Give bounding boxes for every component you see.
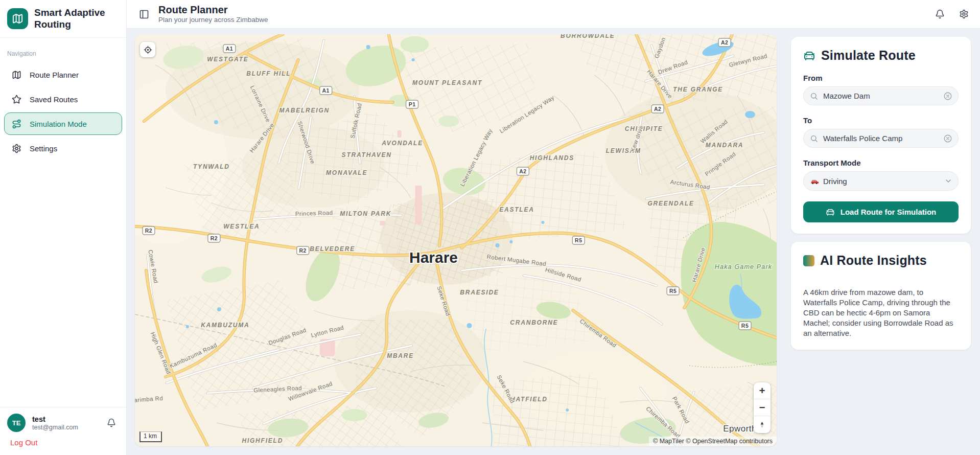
sidebar-item-label: Route Planner — [30, 71, 79, 79]
car-icon — [826, 208, 835, 217]
zoom-in-button[interactable]: + — [754, 382, 771, 399]
map-area-label: MBARE — [387, 352, 414, 359]
map-area-label: MILTON PARK — [340, 210, 391, 217]
page-title: Route Planner — [158, 4, 268, 16]
svg-text:P1: P1 — [409, 102, 416, 107]
svg-text:R5: R5 — [575, 238, 582, 243]
sidebar-toggle-icon[interactable] — [139, 9, 149, 19]
road-shield: P1 — [406, 100, 418, 108]
from-field — [803, 86, 959, 105]
map-area-label: EASTLEA — [499, 206, 534, 213]
from-label: From — [803, 74, 959, 82]
avatar: TE — [7, 414, 26, 432]
map-area-label: BELVEDERE — [310, 245, 355, 253]
map-area-label: HATFIELD — [510, 396, 548, 403]
map-road-label: Princes Road — [295, 210, 333, 217]
road-shield: A1 — [223, 44, 236, 53]
svg-text:R2: R2 — [145, 228, 152, 234]
svg-text:R5: R5 — [741, 323, 749, 329]
card-title: Simulate Route — [821, 48, 916, 63]
map-area-label: MABELREIGN — [279, 107, 330, 114]
user-name: test — [32, 415, 78, 424]
main-area: Route Planner Plan your journey across Z… — [127, 0, 980, 455]
search-icon — [810, 92, 818, 100]
top-bar: Route Planner Plan your journey across Z… — [127, 0, 980, 29]
svg-text:A2: A2 — [721, 40, 728, 46]
map-area-label: TYNWALD — [193, 163, 230, 170]
road-shield: R5 — [739, 322, 751, 330]
map-icon — [12, 70, 21, 80]
map-area-label: CRANBORNE — [510, 319, 558, 326]
map-area-label: GREENDALE — [647, 200, 694, 207]
sidebar: Smart Adaptive Routing Navigation Route … — [0, 0, 127, 455]
map-area-label: AVONDALE — [381, 140, 423, 147]
nav-section-label: Navigation — [7, 50, 126, 57]
map-area-label: Epworth — [723, 424, 757, 434]
sidebar-item-simulation-mode[interactable]: Simulation Mode — [4, 112, 122, 135]
right-panel: Simulate Route From To — [791, 34, 971, 446]
map-area-label: MANDARA — [706, 142, 743, 149]
sidebar-item-label: Saved Routes — [30, 95, 78, 104]
gear-icon[interactable] — [959, 9, 969, 19]
gear-icon — [12, 144, 21, 153]
map-area-label: WESTGATE — [207, 56, 248, 63]
zoom-out-button[interactable]: − — [754, 399, 771, 416]
load-route-button-label: Load Route for Simulation — [841, 208, 937, 216]
road-shield: A2 — [718, 38, 731, 47]
sidebar-item-settings[interactable]: Settings — [4, 137, 122, 160]
user-email: test@gmail.com — [32, 424, 78, 431]
map-area-label: HIGHLANDS — [530, 154, 574, 162]
ai-gradient-icon — [803, 255, 814, 266]
road-shield: R2 — [143, 226, 155, 235]
from-input[interactable] — [822, 91, 939, 101]
map-area-label: KAMBUZUMA — [201, 322, 249, 329]
card-title: AI Route Insights — [820, 253, 927, 268]
clear-icon[interactable] — [943, 92, 952, 101]
bell-icon[interactable] — [107, 418, 116, 427]
compass-icon — [757, 419, 767, 430]
simulate-route-card: Simulate Route From To — [791, 37, 971, 234]
app-logo-icon — [7, 8, 28, 29]
map-area-label: BLUFF HILL — [246, 70, 291, 77]
transport-mode-select[interactable]: Driving — [803, 171, 959, 191]
star-icon — [12, 95, 21, 104]
road-shield: A2 — [517, 167, 529, 175]
to-label: To — [803, 116, 959, 125]
map-zoom-controls: + − — [754, 382, 771, 433]
to-field — [803, 129, 959, 148]
clear-icon[interactable] — [943, 134, 952, 143]
brand-header: Smart Adaptive Routing — [0, 0, 126, 38]
chevron-down-icon — [944, 177, 952, 185]
map-scale: 1 km — [139, 431, 162, 442]
road-shield: R2 — [297, 246, 309, 255]
map-area-label: Haka Game Park — [715, 263, 773, 270]
map-icon — [12, 13, 24, 25]
map-canvas[interactable]: WESTGATEBLUFF HILLMOUNT PLEASANTTHE GRAN… — [135, 34, 777, 446]
load-route-button[interactable]: Load Route for Simulation — [803, 201, 959, 222]
crosshair-icon — [144, 46, 152, 54]
road-shield: A2 — [651, 105, 664, 113]
transport-mode-label: Transport Mode — [803, 158, 959, 167]
sidebar-spacer — [0, 161, 126, 407]
svg-text:A2: A2 — [654, 106, 661, 112]
map-area-label: THE GRANGE — [673, 86, 723, 93]
road-shield: A1 — [320, 86, 332, 95]
sidebar-item-saved-routes[interactable]: Saved Routes — [4, 88, 122, 110]
locate-button[interactable] — [140, 42, 155, 57]
route-icon — [12, 119, 21, 129]
logout-link[interactable]: Log Out — [10, 438, 119, 447]
map-area-label: BORROWDALE — [561, 34, 615, 39]
svg-text:R2: R2 — [299, 248, 307, 254]
brand-title: Smart Adaptive Routing — [34, 7, 119, 30]
ai-insight-text: A 46km drive from mazowe dam, to Waterfa… — [803, 287, 959, 338]
to-input[interactable] — [822, 133, 939, 143]
sidebar-item-route-planner[interactable]: Route Planner — [4, 63, 122, 86]
bell-icon[interactable] — [935, 9, 945, 19]
sidebar-item-label: Simulation Mode — [30, 120, 87, 128]
transport-mode-value: Driving — [823, 177, 847, 186]
compass-button[interactable] — [754, 416, 771, 433]
svg-text:A2: A2 — [519, 169, 526, 174]
sidebar-item-label: Settings — [30, 144, 57, 153]
search-icon — [810, 134, 818, 143]
svg-text:R2: R2 — [211, 236, 218, 241]
